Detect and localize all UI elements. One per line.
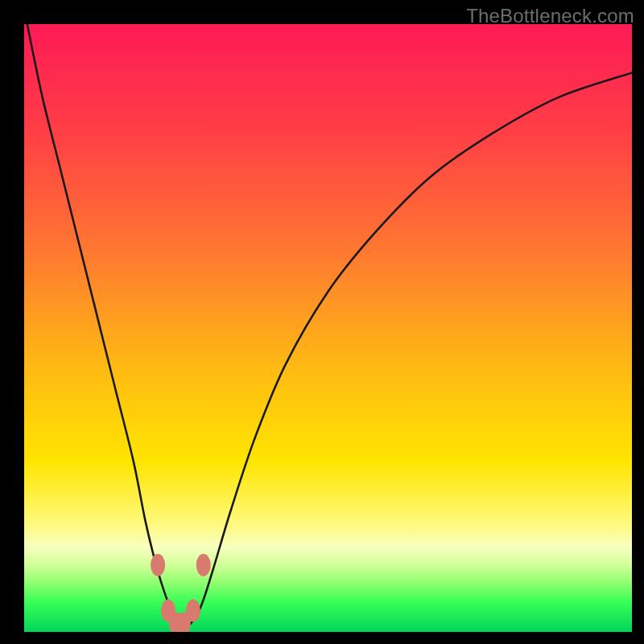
chart-frame: TheBottleneck.com <box>0 0 644 644</box>
curve-marker <box>151 554 165 576</box>
gradient-background <box>24 24 632 632</box>
curve-marker <box>186 600 200 622</box>
curve-marker <box>196 554 211 576</box>
watermark-text: TheBottleneck.com <box>466 5 634 27</box>
chart-svg <box>24 24 632 632</box>
plot-area <box>24 24 632 632</box>
